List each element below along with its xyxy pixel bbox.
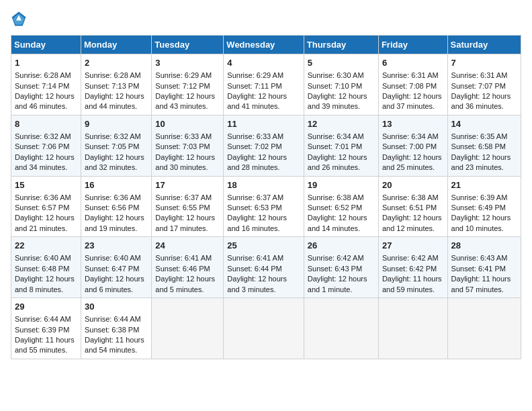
calendar-cell: 28Sunrise: 6:43 AMSunset: 6:41 PMDayligh…	[447, 237, 521, 298]
sunrise: Sunrise: 6:41 AM	[155, 254, 212, 262]
col-header-tuesday: Tuesday	[152, 36, 224, 54]
day-number: 10	[155, 118, 220, 130]
daylight-label: Daylight: 12 hours and 10 minutes.	[451, 214, 511, 232]
calendar-cell: 7Sunrise: 6:31 AMSunset: 7:07 PMDaylight…	[447, 54, 521, 116]
day-number: 8	[15, 118, 77, 130]
calendar-cell: 11Sunrise: 6:33 AMSunset: 7:02 PMDayligh…	[224, 115, 304, 176]
daylight-label: Daylight: 12 hours and 36 minutes.	[451, 92, 511, 110]
calendar-cell: 19Sunrise: 6:38 AMSunset: 6:52 PMDayligh…	[304, 176, 378, 237]
sunrise: Sunrise: 6:38 AM	[382, 193, 439, 201]
sunset: Sunset: 6:46 PM	[155, 265, 210, 273]
day-number: 19	[308, 179, 375, 191]
day-number: 25	[227, 240, 300, 252]
sunrise: Sunrise: 6:37 AM	[155, 193, 212, 201]
sunrise: Sunrise: 6:33 AM	[155, 132, 212, 140]
calendar-cell: 12Sunrise: 6:34 AMSunset: 7:01 PMDayligh…	[304, 115, 378, 176]
day-number: 12	[308, 118, 375, 130]
sunrise: Sunrise: 6:29 AM	[155, 71, 212, 79]
sunset: Sunset: 7:10 PM	[308, 82, 362, 90]
day-number: 3	[155, 57, 220, 69]
sunrise: Sunrise: 6:43 AM	[451, 254, 508, 262]
sunset: Sunset: 6:38 PM	[85, 326, 139, 334]
calendar-cell: 16Sunrise: 6:36 AMSunset: 6:56 PMDayligh…	[81, 176, 152, 237]
sunset: Sunset: 7:12 PM	[155, 82, 210, 90]
daylight-label: Daylight: 11 hours and 55 minutes.	[15, 336, 75, 354]
week-row-5: 29Sunrise: 6:44 AMSunset: 6:39 PMDayligh…	[11, 298, 521, 359]
calendar-cell: 6Sunrise: 6:31 AMSunset: 7:08 PMDaylight…	[378, 54, 447, 116]
sunrise: Sunrise: 6:31 AM	[382, 71, 439, 79]
day-number: 14	[451, 118, 517, 130]
sunrise: Sunrise: 6:33 AM	[227, 132, 283, 140]
day-number: 22	[15, 240, 77, 252]
calendar-cell: 4Sunrise: 6:29 AMSunset: 7:11 PMDaylight…	[224, 54, 304, 116]
sunset: Sunset: 7:14 PM	[15, 82, 69, 90]
col-header-monday: Monday	[81, 36, 152, 54]
calendar-cell: 25Sunrise: 6:41 AMSunset: 6:44 PMDayligh…	[224, 237, 304, 298]
sunrise: Sunrise: 6:41 AM	[227, 254, 283, 262]
sunset: Sunset: 6:55 PM	[155, 203, 210, 212]
day-number: 11	[227, 118, 300, 130]
daylight-label: Daylight: 12 hours and 21 minutes.	[15, 214, 75, 232]
daylight-label: Daylight: 12 hours and 44 minutes.	[85, 92, 144, 110]
sunrise: Sunrise: 6:40 AM	[85, 254, 141, 262]
day-number: 5	[308, 57, 375, 69]
sunrise: Sunrise: 6:37 AM	[227, 193, 283, 201]
daylight-label: Daylight: 12 hours and 32 minutes.	[85, 153, 144, 171]
sunset: Sunset: 7:00 PM	[382, 142, 437, 150]
sunrise: Sunrise: 6:32 AM	[85, 132, 141, 140]
daylight-label: Daylight: 12 hours and 5 minutes.	[155, 275, 215, 293]
calendar-header-row: SundayMondayTuesdayWednesdayThursdayFrid…	[11, 36, 521, 54]
daylight-label: Daylight: 11 hours and 57 minutes.	[451, 275, 511, 293]
daylight-label: Daylight: 12 hours and 39 minutes.	[308, 92, 367, 110]
calendar-cell: 1Sunrise: 6:28 AMSunset: 7:14 PMDaylight…	[11, 54, 81, 116]
daylight-label: Daylight: 12 hours and 6 minutes.	[85, 275, 144, 293]
day-number: 24	[155, 240, 220, 252]
sunset: Sunset: 7:08 PM	[382, 82, 437, 90]
col-header-friday: Friday	[378, 36, 447, 54]
daylight-label: Daylight: 12 hours and 12 minutes.	[382, 214, 442, 232]
sunset: Sunset: 6:41 PM	[451, 265, 506, 273]
col-header-sunday: Sunday	[11, 36, 81, 54]
calendar-cell: 8Sunrise: 6:32 AMSunset: 7:06 PMDaylight…	[11, 115, 81, 176]
calendar-cell	[378, 298, 447, 359]
calendar-cell: 17Sunrise: 6:37 AMSunset: 6:55 PMDayligh…	[152, 176, 224, 237]
calendar-cell: 20Sunrise: 6:38 AMSunset: 6:51 PMDayligh…	[378, 176, 447, 237]
sunset: Sunset: 6:51 PM	[382, 203, 437, 212]
sunrise: Sunrise: 6:39 AM	[451, 193, 508, 201]
calendar-cell	[304, 298, 378, 359]
calendar-table: SundayMondayTuesdayWednesdayThursdayFrid…	[11, 35, 521, 359]
day-number: 18	[227, 179, 300, 191]
sunrise: Sunrise: 6:35 AM	[451, 132, 508, 140]
sunset: Sunset: 6:48 PM	[15, 265, 69, 273]
sunset: Sunset: 6:39 PM	[15, 326, 69, 334]
daylight-label: Daylight: 12 hours and 28 minutes.	[227, 153, 287, 171]
sunrise: Sunrise: 6:44 AM	[85, 315, 141, 323]
sunset: Sunset: 6:52 PM	[308, 203, 362, 212]
daylight-label: Daylight: 12 hours and 16 minutes.	[227, 214, 287, 232]
daylight-label: Daylight: 12 hours and 17 minutes.	[155, 214, 215, 232]
sunrise: Sunrise: 6:42 AM	[382, 254, 439, 262]
daylight-label: Daylight: 12 hours and 30 minutes.	[155, 153, 215, 171]
sunrise: Sunrise: 6:34 AM	[308, 132, 364, 140]
calendar-cell	[224, 298, 304, 359]
day-number: 6	[382, 57, 444, 69]
sunrise: Sunrise: 6:28 AM	[15, 71, 71, 79]
sunset: Sunset: 6:57 PM	[15, 203, 69, 212]
calendar-cell: 29Sunrise: 6:44 AMSunset: 6:39 PMDayligh…	[11, 298, 81, 359]
sunrise: Sunrise: 6:38 AM	[308, 193, 364, 201]
daylight-label: Daylight: 12 hours and 26 minutes.	[308, 153, 367, 171]
calendar-cell: 22Sunrise: 6:40 AMSunset: 6:48 PMDayligh…	[11, 237, 81, 298]
day-number: 13	[382, 118, 444, 130]
col-header-wednesday: Wednesday	[224, 36, 304, 54]
sunset: Sunset: 7:13 PM	[85, 82, 139, 90]
col-header-thursday: Thursday	[304, 36, 378, 54]
day-number: 23	[85, 240, 148, 252]
sunset: Sunset: 7:07 PM	[451, 82, 506, 90]
calendar-cell: 30Sunrise: 6:44 AMSunset: 6:38 PMDayligh…	[81, 298, 152, 359]
sunrise: Sunrise: 6:31 AM	[451, 71, 508, 79]
week-row-4: 22Sunrise: 6:40 AMSunset: 6:48 PMDayligh…	[11, 237, 521, 298]
calendar-cell: 13Sunrise: 6:34 AMSunset: 7:00 PMDayligh…	[378, 115, 447, 176]
sunrise: Sunrise: 6:44 AM	[15, 315, 71, 323]
calendar-cell	[152, 298, 224, 359]
week-row-1: 1Sunrise: 6:28 AMSunset: 7:14 PMDaylight…	[11, 54, 521, 116]
